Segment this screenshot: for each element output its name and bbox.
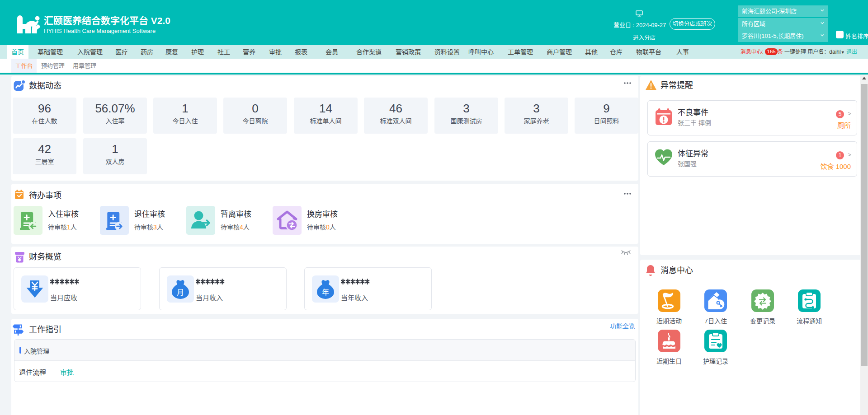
- svg-text:年: 年: [322, 289, 329, 296]
- svg-text:月: 月: [177, 289, 184, 296]
